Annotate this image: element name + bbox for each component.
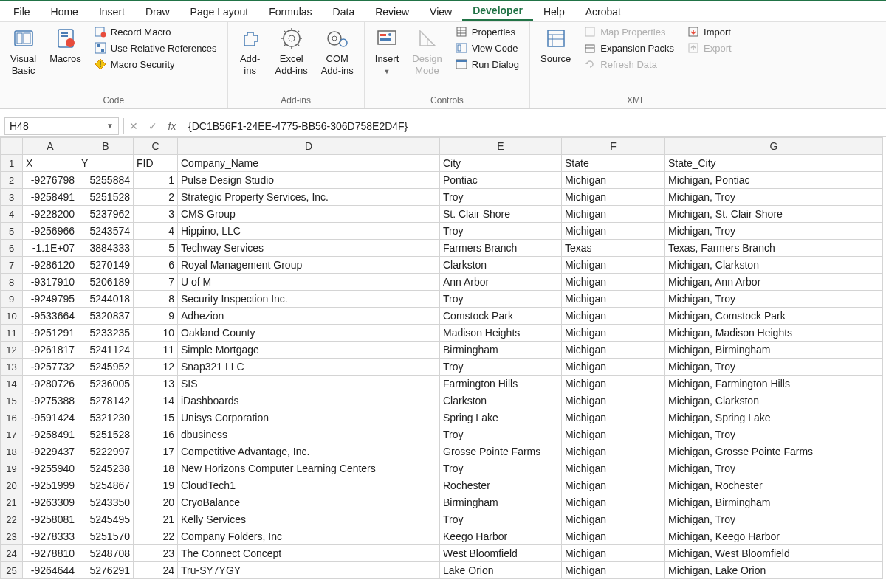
cell[interactable]: Michigan: [562, 477, 665, 494]
cell[interactable]: Michigan: [562, 257, 665, 274]
cell[interactable]: 13: [134, 376, 178, 392]
cell[interactable]: 5243350: [78, 494, 134, 511]
cell[interactable]: Michigan, Comstock Park: [665, 308, 883, 325]
row-header[interactable]: 8: [1, 274, 23, 291]
cell[interactable]: Troy: [440, 460, 562, 477]
cell[interactable]: Michigan, Keego Harbor: [665, 528, 883, 545]
row-header[interactable]: 25: [1, 562, 23, 579]
cell[interactable]: -9251291: [23, 325, 78, 342]
cell[interactable]: 5206189: [78, 274, 134, 291]
cell[interactable]: -9255940: [23, 460, 78, 477]
cell[interactable]: Snap321 LLC: [178, 359, 440, 376]
row-header[interactable]: 9: [1, 291, 23, 308]
cell[interactable]: Pontiac: [440, 172, 562, 189]
cell[interactable]: Michigan: [562, 291, 665, 308]
row-header[interactable]: 23: [1, 528, 23, 545]
cell[interactable]: Rochester: [440, 477, 562, 494]
cell[interactable]: West Bloomfield: [440, 545, 562, 562]
design-mode-button[interactable]: Design Mode: [409, 25, 444, 77]
cell[interactable]: Company Folders, Inc: [178, 528, 440, 545]
cell[interactable]: dbusiness: [178, 426, 440, 443]
cell[interactable]: 9: [134, 308, 178, 325]
cell[interactable]: -9278333: [23, 528, 78, 545]
cell[interactable]: Michigan, Troy: [665, 511, 883, 528]
cell[interactable]: New Horizons Computer Learning Centers: [178, 460, 440, 477]
row-header[interactable]: 5: [1, 223, 23, 240]
cell[interactable]: Michigan, St. Clair Shore: [665, 206, 883, 223]
cell[interactable]: Simple Mortgage: [178, 342, 440, 359]
cell[interactable]: 3884333: [78, 240, 134, 257]
cell[interactable]: Michigan, Troy: [665, 359, 883, 376]
menu-view[interactable]: View: [419, 3, 462, 21]
cell[interactable]: 24: [134, 562, 178, 579]
cell[interactable]: -9276798: [23, 172, 78, 189]
cell[interactable]: Michigan: [562, 359, 665, 376]
cell[interactable]: Michigan: [562, 206, 665, 223]
record-macro-button[interactable]: Record Macro: [92, 25, 220, 38]
cell[interactable]: Farmington Hills: [440, 376, 562, 392]
cell[interactable]: Michigan, Lake Orion: [665, 562, 883, 579]
cell[interactable]: Michigan, Clarkston: [665, 257, 883, 274]
macros-button[interactable]: Macros: [47, 25, 84, 66]
cell[interactable]: -9251999: [23, 477, 78, 494]
cell[interactable]: 5251528: [78, 189, 134, 206]
row-header[interactable]: 17: [1, 426, 23, 443]
menu-formulas[interactable]: Formulas: [258, 3, 322, 21]
cell[interactable]: 5320837: [78, 308, 134, 325]
cell[interactable]: Comstock Park: [440, 308, 562, 325]
cell[interactable]: FID: [134, 155, 178, 172]
cell[interactable]: Texas, Farmers Branch: [665, 240, 883, 257]
row-header[interactable]: 24: [1, 545, 23, 562]
visual-basic-button[interactable]: Visual Basic: [7, 25, 39, 77]
cell[interactable]: 22: [134, 528, 178, 545]
cell[interactable]: Grosse Pointe Farms: [440, 443, 562, 460]
cell[interactable]: Spring Lake: [440, 409, 562, 426]
cell[interactable]: Michigan, Pontiac: [665, 172, 883, 189]
cell[interactable]: Troy: [440, 359, 562, 376]
cell[interactable]: 5245952: [78, 359, 134, 376]
menu-data[interactable]: Data: [323, 3, 365, 21]
refresh-data-button[interactable]: Refresh Data: [581, 58, 677, 71]
cell[interactable]: Techway Services: [178, 240, 440, 257]
cell[interactable]: Tru-SY7YGY: [178, 562, 440, 579]
cell[interactable]: Michigan: [562, 308, 665, 325]
cell[interactable]: 8: [134, 291, 178, 308]
cell[interactable]: 5236005: [78, 376, 134, 392]
cell[interactable]: 12: [134, 359, 178, 376]
cell[interactable]: Michigan: [562, 528, 665, 545]
expansion-packs-button[interactable]: Expansion Packs: [581, 41, 677, 55]
cell[interactable]: Ann Arbor: [440, 274, 562, 291]
cell[interactable]: Michigan: [562, 511, 665, 528]
cell[interactable]: -9258491: [23, 189, 78, 206]
menu-draw[interactable]: Draw: [135, 3, 180, 21]
row-header[interactable]: 12: [1, 342, 23, 359]
use-relative-references-button[interactable]: Use Relative References: [92, 41, 220, 55]
cell[interactable]: 3: [134, 206, 178, 223]
cell[interactable]: City: [440, 155, 562, 172]
source-button[interactable]: Source: [538, 25, 574, 66]
cell[interactable]: Michigan, Troy: [665, 291, 883, 308]
cell[interactable]: -9591424: [23, 409, 78, 426]
worksheet[interactable]: ABCDEFG 1XYFIDCompany_NameCityStateState…: [0, 137, 886, 588]
select-all-corner[interactable]: [1, 138, 23, 155]
column-header-E[interactable]: E: [440, 138, 562, 155]
cell[interactable]: Company_Name: [178, 155, 440, 172]
cell[interactable]: Michigan: [562, 274, 665, 291]
cell[interactable]: -9249795: [23, 291, 78, 308]
cell[interactable]: Farmers Branch: [440, 240, 562, 257]
cell[interactable]: Clarkston: [440, 392, 562, 409]
cell[interactable]: Michigan: [562, 325, 665, 342]
row-header[interactable]: 2: [1, 172, 23, 189]
cell[interactable]: 5251570: [78, 528, 134, 545]
cell[interactable]: Michigan, Ann Arbor: [665, 274, 883, 291]
cell[interactable]: -9228200: [23, 206, 78, 223]
cell[interactable]: -9258081: [23, 511, 78, 528]
cell[interactable]: Kelly Services: [178, 511, 440, 528]
cell[interactable]: Michigan: [562, 545, 665, 562]
cell[interactable]: 19: [134, 477, 178, 494]
cell[interactable]: Michigan, Grosse Pointe Farms: [665, 443, 883, 460]
cell[interactable]: 10: [134, 325, 178, 342]
cell[interactable]: -9533664: [23, 308, 78, 325]
cell[interactable]: 4: [134, 223, 178, 240]
row-header[interactable]: 20: [1, 477, 23, 494]
